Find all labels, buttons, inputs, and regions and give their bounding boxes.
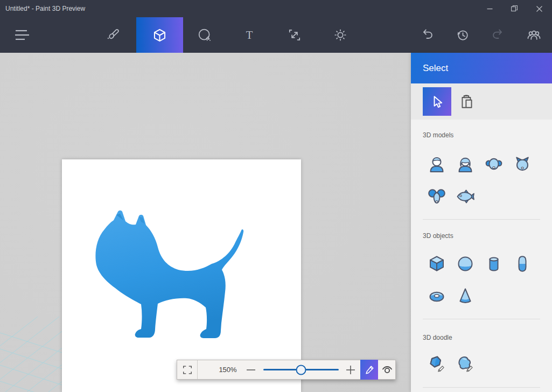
model-woman-button[interactable] bbox=[455, 154, 476, 176]
model-cat-button[interactable] bbox=[512, 154, 533, 176]
object-sphere-button[interactable] bbox=[455, 253, 476, 275]
effects-tab[interactable] bbox=[327, 17, 353, 53]
soft-doodle-icon bbox=[455, 354, 476, 374]
section-label-3d-models: 3D models bbox=[423, 131, 453, 139]
eye-icon bbox=[381, 364, 393, 376]
woman-icon bbox=[456, 155, 475, 174]
main-toolbar: T bbox=[0, 17, 552, 53]
sphere-icon bbox=[456, 254, 475, 274]
object-capsule-button[interactable] bbox=[512, 253, 533, 275]
redo-button[interactable] bbox=[485, 17, 511, 53]
history-clock-icon bbox=[456, 28, 470, 42]
divider bbox=[423, 319, 540, 319]
object-cone-button[interactable] bbox=[455, 285, 476, 307]
panel-header: Select bbox=[411, 53, 552, 83]
panel-title: Select bbox=[423, 53, 448, 83]
menu-button[interactable] bbox=[9, 17, 35, 53]
sun-effects-icon bbox=[333, 28, 347, 42]
model-dog-button[interactable] bbox=[483, 154, 505, 176]
people-icon bbox=[527, 28, 541, 43]
model-fish-button[interactable] bbox=[455, 186, 476, 207]
man-icon bbox=[427, 155, 446, 174]
zoom-out-button[interactable] bbox=[244, 360, 257, 379]
sharp-doodle-icon bbox=[427, 354, 447, 374]
zoom-level-value: 150% bbox=[208, 360, 247, 379]
model-man-button[interactable] bbox=[426, 154, 448, 176]
zoom-in-button[interactable] bbox=[344, 360, 357, 379]
paint3d-window: Untitled* - Paint 3D Preview bbox=[0, 0, 552, 392]
3d-shapes-tab[interactable] bbox=[136, 17, 183, 53]
minimize-icon bbox=[487, 6, 493, 12]
brushes-tab[interactable] bbox=[100, 17, 126, 53]
object-cylinder-button[interactable] bbox=[483, 253, 505, 275]
cylinder-icon bbox=[484, 254, 504, 274]
cube-icon bbox=[427, 254, 446, 274]
zoom-slider-track[interactable] bbox=[263, 369, 339, 370]
history-button[interactable] bbox=[450, 17, 476, 53]
doodle-soft-button[interactable] bbox=[455, 353, 476, 375]
plus-icon bbox=[346, 365, 355, 375]
paste-icon bbox=[459, 94, 474, 110]
cone-icon bbox=[456, 286, 475, 306]
paste-button[interactable] bbox=[456, 87, 478, 116]
zoom-bar: 150% bbox=[177, 360, 396, 380]
minus-icon bbox=[246, 365, 256, 375]
section-label-3d-objects: 3D objects bbox=[423, 232, 453, 240]
fit-to-view-icon bbox=[182, 365, 193, 375]
window-title: Untitled* - Paint 3D Preview bbox=[5, 0, 85, 17]
close-button[interactable] bbox=[527, 0, 551, 17]
cursor-arrow-icon bbox=[431, 95, 443, 108]
brush-mode-toggle[interactable] bbox=[360, 360, 378, 380]
zoom-slider-thumb[interactable] bbox=[296, 365, 306, 375]
section-label-3d-doodle: 3D doodle bbox=[423, 334, 452, 341]
cat-3d-model[interactable] bbox=[62, 159, 301, 392]
text-icon: T bbox=[242, 28, 256, 42]
cat-icon bbox=[513, 155, 532, 174]
fish-icon bbox=[456, 187, 475, 206]
view-3d-button[interactable] bbox=[378, 360, 396, 379]
svg-text:T: T bbox=[246, 29, 253, 41]
restore-button[interactable] bbox=[502, 0, 527, 17]
object-cube-button[interactable] bbox=[426, 253, 448, 275]
menu-icon bbox=[15, 29, 30, 41]
undo-button[interactable] bbox=[414, 17, 440, 53]
object-torus-button[interactable] bbox=[426, 285, 448, 307]
divider bbox=[423, 387, 540, 388]
divider bbox=[423, 219, 540, 220]
mouse-icon bbox=[427, 187, 446, 206]
undo-icon bbox=[420, 28, 434, 42]
restore-icon bbox=[511, 5, 518, 12]
brush-icon bbox=[106, 28, 120, 42]
dog-icon bbox=[484, 155, 504, 174]
3d-cube-icon bbox=[152, 28, 167, 43]
zoom-fit-button[interactable] bbox=[177, 360, 198, 379]
sticker-icon bbox=[198, 28, 212, 42]
pen-icon bbox=[364, 365, 375, 375]
minimize-button[interactable] bbox=[477, 0, 502, 17]
panel-tools-row bbox=[411, 83, 552, 120]
doodle-sharp-button[interactable] bbox=[426, 353, 448, 375]
title-bar: Untitled* - Paint 3D Preview bbox=[0, 0, 552, 17]
remix-3d-button[interactable] bbox=[521, 17, 547, 53]
select-cursor-button[interactable] bbox=[423, 87, 451, 116]
drawing-canvas[interactable] bbox=[62, 159, 301, 392]
canvas-tab[interactable] bbox=[282, 17, 308, 53]
redo-icon bbox=[491, 28, 505, 42]
torus-icon bbox=[427, 286, 446, 306]
text-tab[interactable]: T bbox=[236, 17, 262, 53]
capsule-icon bbox=[513, 254, 532, 274]
canvas-expand-icon bbox=[288, 28, 302, 42]
select-panel: Select 3D models bbox=[411, 53, 552, 392]
model-mouse-button[interactable] bbox=[426, 186, 448, 207]
stickers-tab[interactable] bbox=[192, 17, 218, 53]
close-icon bbox=[536, 6, 542, 12]
